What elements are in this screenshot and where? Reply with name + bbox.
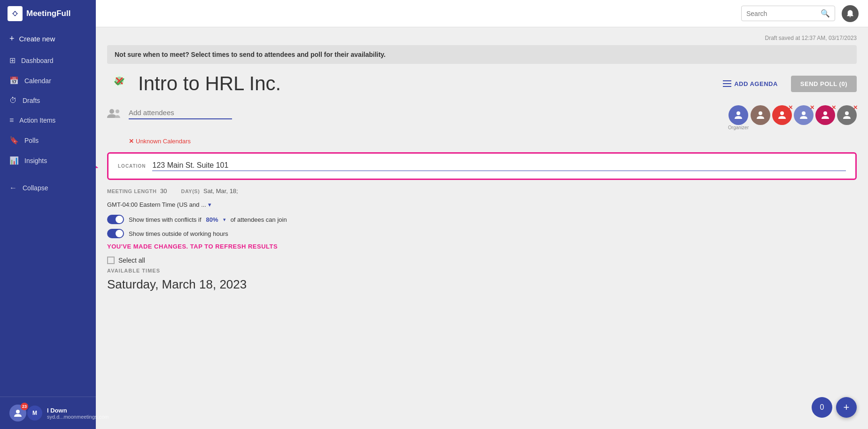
- location-field-wrapper: LOCATION: [107, 152, 857, 180]
- search-bar[interactable]: 🔍: [741, 6, 835, 21]
- list-icon: ≡: [9, 116, 14, 125]
- unknown-calendars-label: Unknown Calendars: [136, 138, 191, 145]
- svg-point-1: [16, 410, 20, 413]
- attendee-avatar-2: [751, 105, 770, 125]
- svg-rect-7: [723, 83, 731, 84]
- attendee-avatar-3: ✕: [772, 105, 792, 125]
- select-all-row: Select all: [107, 257, 857, 264]
- user-info: 23 M I Down syd.d...moonmeetings.com: [9, 405, 86, 421]
- sidebar-item-label: Polls: [24, 137, 39, 144]
- select-all-checkbox[interactable]: [107, 257, 115, 264]
- attendees-section: Organizer ✕: [107, 105, 857, 130]
- meeting-title: Intro to HRL Inc.: [138, 72, 281, 95]
- working-hours-toggle[interactable]: [107, 229, 124, 238]
- meeting-title-area: Intro to HRL Inc.: [107, 71, 281, 96]
- days-value: Sat, Mar, 18;: [203, 187, 238, 195]
- attendee-avatar-6: ✕: [837, 105, 857, 125]
- meeting-details: MEETING LENGTH 30 DAY(S) Sat, Mar, 18;: [107, 187, 857, 195]
- timezone-selector[interactable]: GMT-04:00 Eastern Time (US and ... ▾: [107, 201, 857, 208]
- sidebar-item-label: Drafts: [23, 97, 40, 104]
- svg-rect-6: [723, 80, 731, 81]
- logo-icon: [8, 6, 23, 21]
- svg-point-9: [109, 109, 114, 114]
- x-icon: ✕: [129, 138, 134, 145]
- available-times-label: AVAILABLE TIMES: [107, 268, 857, 273]
- sidebar-item-label: Dashboard: [21, 57, 54, 64]
- notification-button[interactable]: [842, 5, 859, 22]
- meetingfull-badge: M: [27, 406, 42, 421]
- send-poll-button[interactable]: SEND POLL (0): [791, 76, 857, 92]
- meeting-length-value: 30: [160, 187, 167, 195]
- sidebar-item-insights[interactable]: 📊 Insights: [0, 150, 96, 171]
- add-attendees-input[interactable]: [129, 109, 232, 119]
- working-hours-toggle-row: Show times outside of working hours: [107, 229, 857, 238]
- meeting-length-label: MEETING LENGTH: [107, 188, 156, 194]
- meeting-header: Intro to HRL Inc. ADD AGENDA SEND POLL (…: [107, 71, 857, 96]
- collapse-icon: ←: [9, 184, 17, 192]
- sidebar-item-label: Calendar: [24, 77, 51, 85]
- draft-saved: Draft saved at 12:37 AM, 03/17/2023: [107, 35, 857, 41]
- user-email: syd.d...moonmeetings.com: [47, 414, 108, 420]
- location-input[interactable]: [152, 161, 846, 171]
- sidebar-item-calendar[interactable]: 📅 Calendar: [0, 70, 96, 91]
- sidebar-item-dashboard[interactable]: ⊞ Dashboard: [0, 50, 96, 70]
- sidebar-item-polls[interactable]: 🔖 Polls: [0, 130, 96, 150]
- clock-icon: ⏱: [9, 96, 17, 105]
- collapse-label: Collapse: [23, 184, 48, 192]
- fab-count-button[interactable]: 0: [812, 397, 832, 418]
- conflict-toggle-row: Show times with conflicts if 80% ▾ of at…: [107, 215, 857, 224]
- sidebar-item-collapse[interactable]: ← Collapse: [0, 178, 96, 198]
- attendees-icon: [107, 107, 122, 122]
- create-new-button[interactable]: + Create new: [0, 27, 96, 50]
- sidebar-item-label: Action Items: [19, 117, 55, 124]
- search-input[interactable]: [746, 10, 818, 17]
- x-badge-3: ✕: [788, 104, 793, 111]
- sidebar-item-action-items[interactable]: ≡ Action Items: [0, 110, 96, 130]
- svg-point-16: [845, 111, 849, 115]
- timezone-text: GMT-04:00 Eastern Time (US and ...: [107, 201, 206, 208]
- meeting-icon: [107, 71, 132, 96]
- top-header: 🔍: [96, 0, 868, 27]
- organizer-label: Organizer: [728, 125, 749, 130]
- main-content: 🔍 Draft saved at 12:37 AM, 03/17/2023 No…: [96, 0, 868, 429]
- location-label: LOCATION: [118, 164, 146, 169]
- working-hours-label: Show times outside of working hours: [129, 230, 228, 237]
- x-badge-6: ✕: [853, 104, 858, 111]
- fab-add-button[interactable]: +: [836, 397, 857, 418]
- attendee-avatars: Organizer ✕: [728, 105, 857, 130]
- conflict-label-prefix: Show times with conflicts if: [129, 216, 202, 223]
- location-container: LOCATION: [107, 152, 857, 180]
- percent-selector[interactable]: 80%: [206, 216, 218, 223]
- svg-rect-8: [723, 86, 731, 87]
- x-badge-4: ✕: [810, 104, 814, 111]
- conflict-label-suffix: of attendees can join: [231, 216, 287, 223]
- sidebar-item-label: Insights: [24, 157, 47, 164]
- add-agenda-button[interactable]: ADD AGENDA: [714, 76, 786, 92]
- sidebar-bottom: 23 M I Down syd.d...moonmeetings.com: [0, 397, 96, 429]
- user-avatar: 23: [9, 405, 26, 421]
- create-new-label: Create new: [19, 35, 55, 43]
- days-field: DAY(S) Sat, Mar, 18;: [181, 187, 238, 195]
- svg-point-10: [116, 109, 119, 113]
- sidebar: MeetingFull + Create new ⊞ Dashboard 📅 C…: [0, 0, 96, 429]
- svg-point-11: [736, 111, 740, 115]
- attendee-avatar-organizer: [728, 105, 748, 125]
- x-badge-5: ✕: [831, 104, 836, 111]
- page-content: Draft saved at 12:37 AM, 03/17/2023 Not …: [96, 27, 868, 429]
- meeting-action-buttons: ADD AGENDA SEND POLL (0): [714, 76, 857, 92]
- attendee-avatar-4: ✕: [794, 105, 814, 125]
- date-header: Saturday, March 18, 2023: [107, 277, 857, 292]
- svg-point-14: [802, 111, 806, 115]
- svg-point-13: [780, 111, 784, 115]
- availability-banner: Not sure when to meet? Select times to s…: [107, 45, 857, 64]
- calendar-icon: 📅: [9, 76, 19, 85]
- days-label: DAY(S): [181, 188, 200, 194]
- attendee-avatar-5: ✕: [815, 105, 835, 125]
- meeting-length-field: MEETING LENGTH 30: [107, 187, 167, 195]
- svg-point-15: [823, 111, 827, 115]
- refresh-results-banner[interactable]: YOU'VE MADE CHANGES. TAP TO REFRESH RESU…: [107, 243, 857, 250]
- sidebar-item-drafts[interactable]: ⏱ Drafts: [0, 91, 96, 110]
- sidebar-logo: MeetingFull: [0, 0, 96, 27]
- chevron-down-icon: ▾: [208, 201, 211, 208]
- conflict-toggle[interactable]: [107, 215, 124, 224]
